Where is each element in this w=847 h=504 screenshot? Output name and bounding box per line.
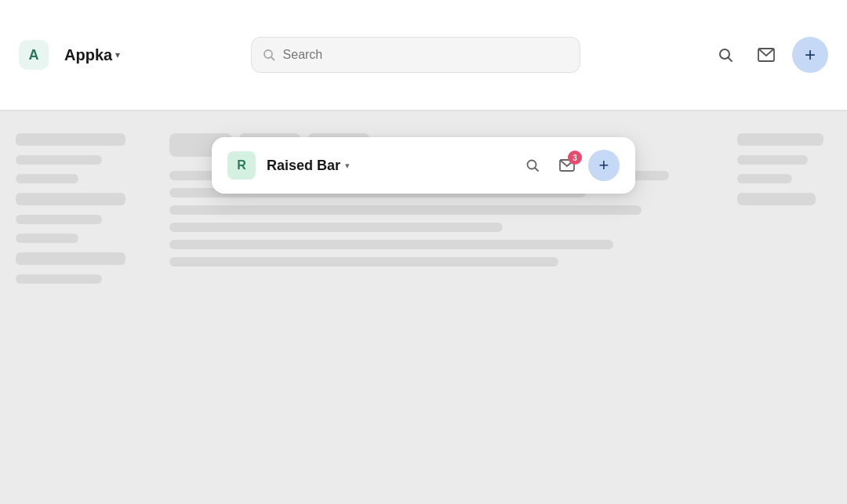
skeleton-item [16,193,125,205]
right-skeleton [737,125,831,488]
skeleton-item [16,133,125,146]
skeleton-item [16,215,102,224]
app-logo-letter: A [29,47,39,63]
skeleton-row [169,240,613,249]
skeleton-item [737,174,792,183]
create-button[interactable]: + [792,37,828,73]
search-bar[interactable] [251,37,580,73]
skeleton-item [16,174,78,183]
raised-bar-name-group[interactable]: Raised Bar ▾ [267,158,508,174]
plus-icon: + [805,44,816,66]
chevron-down-icon: ▾ [115,49,120,60]
navbar: A Appka ▾ + [0,0,847,110]
svg-point-5 [528,161,536,169]
svg-line-3 [729,58,732,61]
notification-badge: 3 [568,150,582,165]
skeleton-item [16,155,102,165]
app-name-label: Appka [64,46,112,64]
app-logo: A [19,40,49,70]
raised-bar-logo-letter: R [237,158,246,172]
app-name-group[interactable]: Appka ▾ [64,46,120,64]
svg-line-6 [536,169,539,172]
skeleton-item [737,193,816,205]
svg-line-1 [271,57,274,60]
sidebar-skeleton [16,125,157,488]
raised-bar-logo: R [227,151,256,179]
skeleton-row [169,257,558,267]
mail-button[interactable] [751,40,781,70]
skeleton-row [169,223,503,232]
skeleton-item [16,234,78,243]
search-button[interactable] [711,40,740,70]
search-icon [263,49,275,61]
skeleton-item [737,155,808,165]
raised-search-button[interactable] [519,152,546,179]
skeleton-item [16,252,125,265]
raised-bar: R Raised Bar ▾ 3 + [212,137,635,194]
search-input[interactable] [283,48,569,62]
skeleton-item [737,133,823,146]
raised-bar-name-label: Raised Bar [267,158,340,174]
raised-bar-actions: 3 + [519,150,620,181]
raised-create-button[interactable]: + [588,150,620,181]
raised-mail-button[interactable]: 3 [554,152,580,179]
navbar-actions: + [711,37,828,73]
raised-bar-chevron-icon: ▾ [345,161,350,171]
raised-plus-icon: + [599,155,609,176]
svg-point-2 [720,49,729,59]
skeleton-row [169,205,642,215]
skeleton-item [16,274,102,284]
